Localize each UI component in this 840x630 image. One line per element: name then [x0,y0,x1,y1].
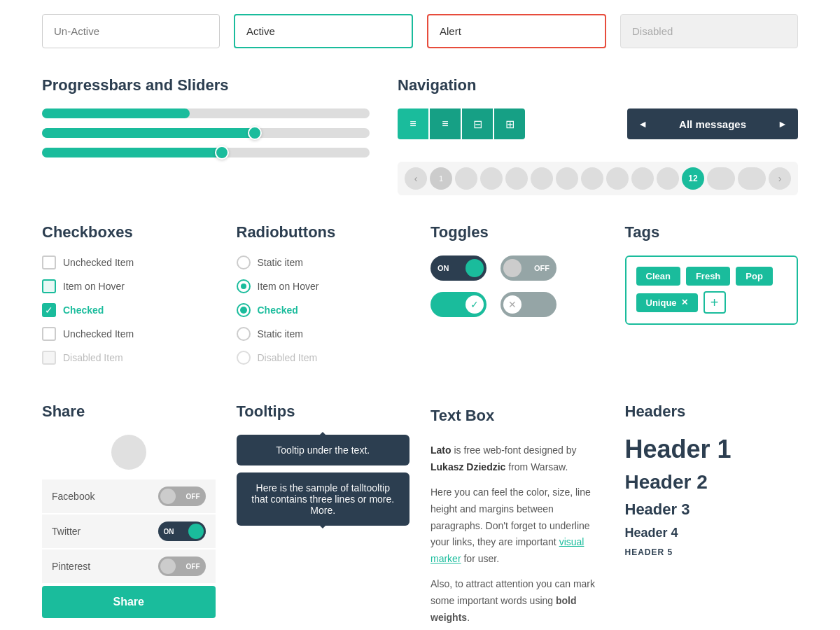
rb-circle-static-1[interactable] [237,255,251,270]
progress-bar-3[interactable] [42,148,370,158]
page-next-btn[interactable]: › [769,167,791,190]
progress-thumb-3[interactable] [215,146,229,160]
share-section: Share Facebook OFF Twitter ON Pinterest … [42,402,216,626]
page-2[interactable] [455,167,477,190]
page-prev-btn[interactable]: ‹ [405,167,427,190]
progress-fill-2 [42,128,255,138]
toggle-on[interactable]: ON [430,255,486,281]
rb-label-disabled: Disabled Item [258,352,318,363]
radio-static-2[interactable]: Static item [237,327,410,341]
tooltip-2: Here is the sample of talltooltip that c… [237,472,410,526]
toggle-on-label: ON [438,264,449,272]
tooltip-1: Tooltip under the text. [237,435,410,465]
toggle2-off[interactable]: ✕ [500,292,556,317]
tooltips-section: Tooltips Tooltip under the text. Here is… [237,402,410,626]
progress-bar-2[interactable] [42,128,370,138]
share-pinterest-toggle-label: OFF [186,563,200,570]
page-13[interactable] [707,167,735,190]
nav-icon-list2[interactable]: ≡ [430,108,461,139]
radio-static-1[interactable]: Static item [237,255,410,270]
tooltips-title: Tooltips [237,402,410,421]
cb-box-hover[interactable] [42,279,56,293]
rb-circle-checked[interactable] [237,303,251,317]
progress-thumb-2[interactable] [248,126,262,140]
page-12[interactable]: 12 [682,167,704,190]
rb-label-static-1: Static item [258,257,303,268]
toggle2-on[interactable]: ✓ [430,292,486,317]
page-7[interactable] [581,167,603,190]
checkbox-unchecked-1[interactable]: Unchecked Item [42,255,216,270]
disabled-input [620,14,798,48]
page-1[interactable]: 1 [430,167,452,190]
page-14[interactable] [738,167,766,190]
page-5[interactable] [531,167,553,190]
checkbox-hover[interactable]: Item on Hover [42,279,216,293]
radiobuttons-title: Radiobuttons [237,223,410,241]
cb-box-checked[interactable]: ✓ [42,303,56,317]
rb-label-static-2: Static item [258,328,303,340]
rb-circle-hover[interactable] [237,279,251,293]
rb-circle-disabled [237,351,251,365]
share-button[interactable]: Share [42,586,216,618]
textbox-para2-end: . [467,612,470,623]
toggle2-on-icon: ✓ [465,295,484,314]
messages-next-btn[interactable]: ► [767,108,798,139]
page-10[interactable] [657,167,679,190]
components-row: Checkboxes Unchecked Item Item on Hover … [42,223,798,374]
tag-fresh[interactable]: Fresh [686,267,730,286]
radio-hover[interactable]: Item on Hover [237,279,410,293]
toggle-off-label: OFF [534,264,550,272]
nav-icon-group: ≡ ≡ ⊟ ⊞ [398,108,525,139]
share-facebook-knob [160,489,176,504]
share-facebook-toggle[interactable]: OFF [158,486,206,506]
tag-pop[interactable]: Pop [736,267,773,286]
checkbox-checked[interactable]: ✓ Checked [42,303,216,317]
progress-fill-3 [42,148,222,158]
textbox-author: Lukasz Dziedzic [430,461,505,472]
page-9[interactable] [631,167,654,190]
tag-unique[interactable]: Unique ✕ [636,293,698,312]
tag-unique-close[interactable]: ✕ [681,298,688,307]
cb-box-unchecked-1[interactable] [42,255,56,270]
toggle-off[interactable]: OFF [500,255,556,281]
radio-checked[interactable]: Checked [237,303,410,317]
share-twitter-knob [188,524,204,539]
progress-fill-1 [42,108,190,118]
textbox-title: Text Box [430,402,604,428]
checkbox-unchecked-2[interactable]: Unchecked Item [42,327,216,341]
toggle-knob-on [465,259,484,277]
share-facebook-item: Facebook OFF [42,479,216,513]
header-2: Header 2 [625,471,799,493]
bottom-row: Share Facebook OFF Twitter ON Pinterest … [42,402,798,626]
messages-label: All messages [658,108,767,139]
nav-icon-list1[interactable]: ≡ [398,108,428,139]
share-pinterest-toggle[interactable]: OFF [158,556,206,576]
messages-prev-btn[interactable]: ◄ [627,108,658,139]
progress-bar-1[interactable] [42,108,370,118]
page-6[interactable] [556,167,578,190]
cb-label-hover: Item on Hover [63,281,125,292]
navigation-title: Navigation [398,76,798,94]
share-twitter-item: Twitter ON [42,514,216,548]
navigation-section: Navigation ≡ ≡ ⊟ ⊞ ◄ All messages ► ‹ 1 [398,76,798,195]
alert-input[interactable] [427,14,606,48]
active-input[interactable] [234,14,413,48]
cb-box-disabled [42,351,56,365]
page-4[interactable] [505,167,528,190]
share-twitter-toggle[interactable]: ON [158,522,206,541]
tag-clean[interactable]: Clean [636,267,680,286]
rb-circle-static-2[interactable] [237,327,251,341]
share-twitter-toggle-label: ON [164,528,174,536]
input-states-section [42,14,798,48]
tag-add-btn[interactable]: + [704,291,726,314]
toggles-section: Toggles ON OFF ✓ ✕ [430,223,604,374]
page-8[interactable] [606,167,629,190]
cb-box-unchecked-2[interactable] [42,327,56,341]
share-pinterest-label: Pinterest [52,561,90,572]
unactive-input[interactable] [42,14,220,48]
nav-icon-list3[interactable]: ⊟ [462,108,493,139]
share-pinterest-knob [160,559,176,574]
nav-icon-grid[interactable]: ⊞ [494,108,525,139]
page-3[interactable] [480,167,503,190]
share-pinterest-item: Pinterest OFF [42,550,216,583]
